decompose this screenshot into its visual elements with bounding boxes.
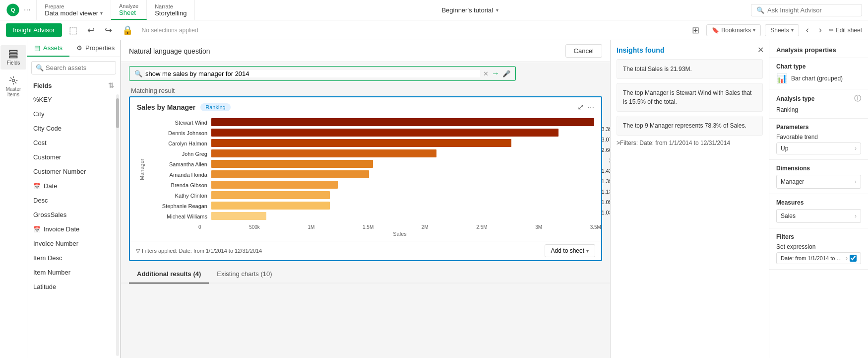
insights-close-button[interactable]: ✕ [757, 45, 764, 55]
filter-checkbox[interactable] [850, 255, 857, 262]
bar-container: 2.66M [211, 139, 594, 148]
undo-button[interactable]: ↩ [84, 23, 98, 38]
analysis-type-info-icon[interactable]: ⓘ [854, 94, 861, 103]
list-item[interactable]: City Code [27, 121, 115, 136]
sidebar-fields-label: Fields [7, 60, 20, 66]
nav-tutorial[interactable]: Beginner's tutorial ▾ [441, 6, 498, 14]
search-icon: 🔍 [756, 6, 764, 14]
search-icon: 🔍 [134, 70, 142, 77]
list-item[interactable]: Customer Number [27, 164, 115, 179]
bookmarks-button[interactable]: 🔖 Bookmarks ▾ [706, 24, 761, 36]
clear-icon[interactable]: ✕ [483, 70, 489, 77]
sidebar-item-master[interactable]: Master items [0, 72, 26, 101]
edit-sheet-button[interactable]: ✏ Edit sheet [829, 27, 862, 34]
bar [211, 149, 436, 157]
mic-icon[interactable]: 🎤 [502, 70, 510, 77]
search-submit-icon[interactable]: → [492, 69, 499, 78]
measures-section: Measures Sales › [769, 194, 868, 228]
bar [211, 212, 266, 220]
nlq-input[interactable] [145, 70, 480, 77]
analysis-panel-title: Analysis properties [769, 40, 868, 58]
bar-label: Samantha Allen [147, 161, 211, 167]
nav-analyze[interactable]: Analyze Sheet [111, 0, 147, 20]
ask-insight-box[interactable]: 🔍 [751, 4, 862, 16]
list-item[interactable]: %KEY [27, 92, 115, 107]
nav-analyze-label: Analyze [119, 3, 138, 9]
parameters-section: Parameters Favorable trend Up › [769, 119, 868, 160]
list-item[interactable]: Invoice Number [27, 236, 115, 251]
calendar-icon: 📅 [33, 183, 41, 190]
svg-text:Q: Q [11, 7, 15, 13]
qlik-logo[interactable]: Q [6, 3, 20, 17]
nav-ellipsis[interactable]: ··· [24, 5, 30, 14]
grid-view-button[interactable]: ⊞ [689, 23, 702, 38]
list-item[interactable]: Customer [27, 150, 115, 164]
toolbar-row: Insight Advisor ⬚ ↩ ↪ 🔒 No selections ap… [0, 20, 868, 40]
nav-prev-button[interactable]: ‹ [803, 23, 812, 37]
list-item[interactable]: 📅Date [27, 179, 115, 193]
list-item[interactable]: 📅Invoice Date [27, 222, 115, 236]
chart-menu-button[interactable]: ··· [588, 103, 594, 112]
fields-header: Fields ⇅ [27, 78, 120, 92]
search-assets-input[interactable] [46, 64, 112, 72]
chart-type-row: 📊 Bar chart (grouped) [776, 73, 861, 84]
tab-properties[interactable]: ⚙ Properties [69, 40, 122, 57]
sheets-button[interactable]: Sheets ▾ [765, 24, 799, 36]
dimensions-chevron: › [855, 178, 857, 185]
sidebar-item-fields[interactable]: Fields [0, 45, 26, 70]
measures-value: Sales [781, 213, 796, 219]
bookmarks-dropdown-arrow: ▾ [753, 27, 755, 33]
list-item[interactable]: GrossSales [27, 208, 115, 222]
lock-button[interactable]: 🔒 [119, 23, 136, 38]
bookmark-icon: 🔖 [712, 27, 719, 34]
bar-value: 3.39M [601, 126, 610, 132]
scroll-track[interactable] [116, 94, 119, 356]
chart-footer: ▽ Filters applied: Date: from 1/1/2014 t… [130, 241, 601, 260]
master-items-icon [8, 75, 18, 85]
insight-advisor-button[interactable]: Insight Advisor [6, 23, 62, 37]
bar-label: Stewart Wind [147, 120, 211, 126]
list-item[interactable]: Item Desc [27, 251, 115, 265]
ask-insight-input[interactable] [767, 6, 857, 14]
redo-button[interactable]: ↪ [102, 23, 115, 38]
measures-title: Measures [776, 199, 861, 206]
selection-tool-button[interactable]: ⬚ [66, 23, 80, 38]
filter-value-row[interactable]: Date: from 1/1/2014 to 1... › [776, 252, 861, 264]
list-item[interactable]: Desc [27, 193, 115, 208]
nav-narrate-label: Narrate [155, 3, 186, 9]
search-assets-box[interactable]: 🔍 [31, 61, 116, 74]
bar-container: 3.39M [211, 118, 594, 127]
nav-analyze-title: Sheet [119, 9, 138, 16]
cancel-button[interactable]: Cancel [565, 44, 602, 58]
tab-additional-results[interactable]: Additional results (4) [129, 265, 209, 284]
list-item[interactable]: Cost [27, 136, 115, 150]
center-panel: Natural language question Cancel 🔍 ✕ → 🎤… [121, 40, 610, 358]
list-item[interactable]: Latitude [27, 280, 115, 294]
measures-value-row[interactable]: Sales › [776, 209, 861, 223]
add-to-sheet-button[interactable]: Add to sheet ▾ [545, 244, 595, 257]
table-row: Amanda Honda 1.39M [147, 170, 594, 179]
bar-value: 1.05M [601, 199, 610, 205]
nav-next-button[interactable]: › [816, 23, 825, 37]
filters-section: Filters Set expression Date: from 1/1/20… [769, 228, 868, 270]
favorable-trend-value-row[interactable]: Up › [776, 143, 861, 154]
nav-prepare[interactable]: Prepare Data model viewer ▾ [37, 0, 111, 20]
nlq-bar: Natural language question Cancel [121, 40, 610, 62]
dimensions-value-row[interactable]: Manager › [776, 175, 861, 189]
tab-existing-charts[interactable]: Existing charts (10) [209, 265, 280, 284]
insights-panel: ✕ Insights found The total Sales is 21.9… [610, 40, 769, 358]
tab-assets[interactable]: ▤ Assets [27, 40, 69, 57]
insight-search[interactable]: 🔍 ✕ → 🎤 [129, 66, 516, 81]
logo-area: Q ··· [0, 0, 37, 20]
fields-sort-icon[interactable]: ⇅ [108, 81, 114, 89]
y-axis-label: Manager [137, 117, 147, 222]
expand-chart-button[interactable]: ⤢ [577, 102, 584, 112]
bar [211, 191, 330, 199]
nav-narrate[interactable]: Narrate Storytelling [147, 0, 195, 20]
bar [211, 170, 369, 178]
list-item[interactable]: Item Number [27, 265, 115, 280]
bar-container: 3.07M [211, 129, 594, 138]
left-panel-tabs: ▤ Assets ⚙ Properties [27, 40, 120, 57]
list-item[interactable]: City [27, 107, 115, 121]
no-selections-label: No selections applied [142, 27, 198, 34]
